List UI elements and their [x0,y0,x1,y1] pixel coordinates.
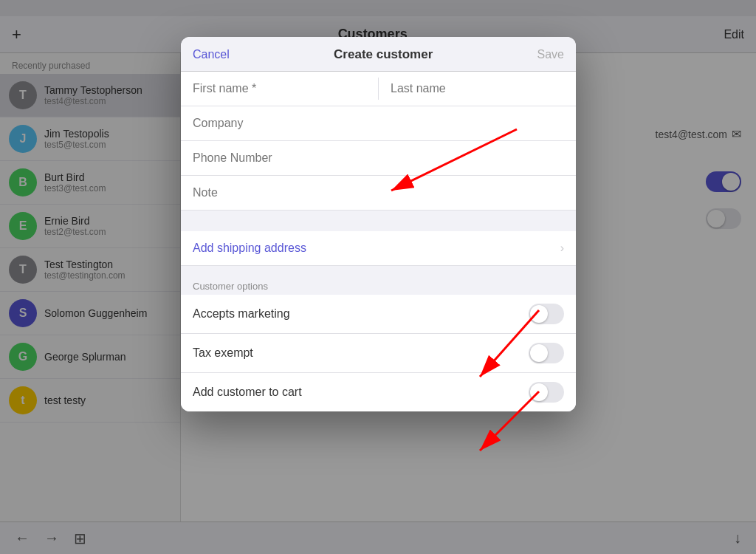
cancel-button[interactable]: Cancel [193,48,230,61]
add-to-cart-row: Add customer to cart [181,373,576,411]
save-button[interactable]: Save [537,48,564,61]
add-to-cart-toggle[interactable] [529,382,564,403]
add-shipping-address-row[interactable]: Add shipping address › [181,231,576,266]
tax-exempt-row: Tax exempt [181,334,576,373]
tax-exempt-toggle[interactable] [529,343,564,363]
modal-body: Add shipping address › Customer options … [181,72,576,411]
add-to-cart-label: Add customer to cart [193,386,302,399]
name-row [181,72,576,106]
first-name-input[interactable] [181,72,378,106]
tax-exempt-label: Tax exempt [193,346,253,360]
shipping-label: Add shipping address [193,242,306,255]
phone-input[interactable] [193,151,564,165]
accepts-marketing-label: Accepts marketing [193,307,290,321]
phone-field-wrapper [181,141,576,176]
modal-title: Create customer [334,47,433,62]
last-name-input[interactable] [379,72,576,106]
customer-options-label: Customer options [181,276,576,295]
accepts-marketing-row: Accepts marketing [181,295,576,334]
accepts-marketing-toggle[interactable] [529,304,564,324]
note-input[interactable] [193,186,564,199]
company-field-wrapper [181,106,576,141]
create-customer-modal: Cancel Create customer Save Add shipping… [181,37,576,411]
chevron-right-icon: › [560,242,564,255]
company-input[interactable] [193,117,564,130]
note-field-wrapper [181,176,576,211]
modal-header: Cancel Create customer Save [181,37,576,72]
